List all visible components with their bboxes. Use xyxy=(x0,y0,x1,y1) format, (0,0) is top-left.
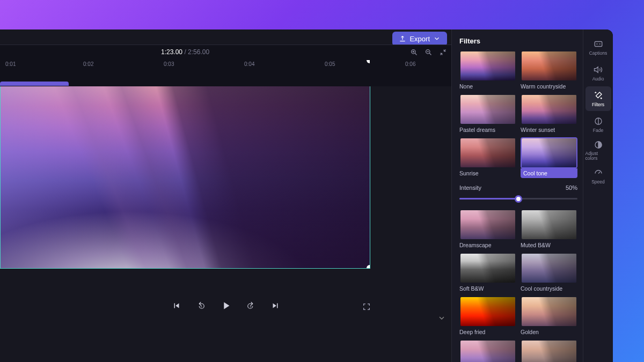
skip-end-button[interactable] xyxy=(268,298,283,313)
ruler-tick: 0:04 xyxy=(244,61,254,67)
filter-label: Warm countryside xyxy=(521,83,577,90)
tool-label: Adjust colors xyxy=(586,151,611,160)
intensity-value: 50% xyxy=(566,184,577,191)
export-button[interactable]: Export xyxy=(392,32,447,46)
ruler-tick: 0:02 xyxy=(83,61,93,67)
intensity-control: Intensity 50% xyxy=(459,184,577,203)
fade-icon xyxy=(594,116,603,126)
svg-text:5: 5 xyxy=(250,305,251,308)
zoom-out-icon xyxy=(425,48,433,56)
tool-captions[interactable]: Captions xyxy=(586,35,611,60)
filter-label: Dreamscape xyxy=(459,242,516,248)
timecode-display: 1:23.00 / 2:56.00 xyxy=(161,48,209,56)
filter-label: Soft B&W xyxy=(459,285,516,292)
filters-panel: Filters None Warm countryside Pastel dre… xyxy=(451,29,583,362)
tool-label: Speed xyxy=(591,179,605,184)
tool-label: Captions xyxy=(589,50,608,56)
filter-golden[interactable]: Golden xyxy=(521,296,577,336)
main-editor-area: Export 16:9 5 5 xyxy=(0,29,451,362)
slider-thumb[interactable] xyxy=(515,195,522,203)
timeline-zoom-tools xyxy=(410,48,447,56)
filter-label: Cool countryside xyxy=(521,285,577,292)
preview-header: Export xyxy=(0,29,451,45)
tool-audio[interactable]: Audio xyxy=(586,61,611,85)
ruler-tick: 0:06 xyxy=(405,61,415,67)
speedometer-icon xyxy=(594,168,603,178)
play-button[interactable] xyxy=(218,298,233,313)
zoom-fit-button[interactable] xyxy=(439,48,447,56)
current-time: 1:23.00 xyxy=(161,48,182,56)
svg-text:5: 5 xyxy=(200,305,202,308)
tool-filters[interactable]: Filters xyxy=(586,86,611,111)
timeline-section: 1:23.00 / 2:56.00 0:01 0:02 0:03 0:04 0:… xyxy=(0,45,451,86)
filter-deep-fried[interactable]: Deep fried xyxy=(459,296,516,336)
zoom-in-button[interactable] xyxy=(410,48,418,56)
filter-winter-sunset[interactable]: Winter sunset xyxy=(521,94,577,134)
filter-sunrise[interactable]: Sunrise xyxy=(459,137,516,179)
timeline-header: 1:23.00 / 2:56.00 xyxy=(0,45,451,59)
video-preview-canvas[interactable] xyxy=(0,60,370,269)
intensity-slider[interactable] xyxy=(459,195,577,203)
filter-more-2[interactable] xyxy=(521,339,577,362)
play-icon xyxy=(220,300,232,312)
upload-icon xyxy=(399,35,406,42)
tool-speed[interactable]: Speed xyxy=(586,164,611,188)
zoom-out-button[interactable] xyxy=(425,48,433,56)
filter-label: Sunrise xyxy=(459,170,516,176)
captions-icon xyxy=(594,39,603,49)
intensity-label: Intensity xyxy=(459,184,481,191)
forward-5-button[interactable]: 5 xyxy=(243,298,258,313)
collapse-panel-button[interactable] xyxy=(437,314,446,324)
magic-wand-icon xyxy=(594,91,603,100)
audio-icon xyxy=(594,65,603,75)
filter-label: Pastel dreams xyxy=(459,127,516,133)
fullscreen-button[interactable] xyxy=(362,302,371,313)
filter-cool-tone[interactable]: Cool tone xyxy=(521,137,577,179)
panel-title: Filters xyxy=(459,37,577,45)
filter-grid: None Warm countryside Pastel dreams Wint… xyxy=(459,50,577,362)
skip-start-button[interactable] xyxy=(169,298,184,313)
tool-fade[interactable]: Fade xyxy=(586,112,611,137)
filter-soft-bw[interactable]: Soft B&W xyxy=(459,253,516,293)
svg-rect-4 xyxy=(595,41,602,46)
tool-label: Filters xyxy=(592,102,604,107)
collapse-icon xyxy=(439,48,447,56)
tool-sidebar: Captions Audio Filters Fade Adjust color… xyxy=(583,29,613,362)
filter-label: Deep fried xyxy=(459,329,516,335)
filter-muted-bw[interactable]: Muted B&W xyxy=(521,209,577,249)
filter-label: None xyxy=(459,83,516,90)
filter-cool-countryside[interactable]: Cool countryside xyxy=(521,253,577,293)
export-label: Export xyxy=(409,35,430,43)
filter-label: Golden xyxy=(521,329,577,335)
ruler-tick: 0:03 xyxy=(164,61,174,67)
tool-adjust-colors[interactable]: Adjust colors xyxy=(586,138,611,162)
filter-more-1[interactable] xyxy=(459,339,516,362)
playback-controls: 5 5 xyxy=(0,295,451,316)
timeline-track[interactable] xyxy=(0,70,451,86)
fullscreen-icon xyxy=(362,302,371,311)
video-clip[interactable] xyxy=(0,82,69,86)
total-time: 2:56.00 xyxy=(188,48,209,56)
app-window: Export 16:9 5 5 xyxy=(0,29,613,362)
forward-5-icon: 5 xyxy=(246,301,255,311)
filter-pastel-dreams[interactable]: Pastel dreams xyxy=(459,94,516,134)
ruler-tick: 0:05 xyxy=(325,61,335,67)
half-circle-icon xyxy=(594,140,603,150)
skip-previous-icon xyxy=(172,301,181,311)
timeline-ruler[interactable]: 0:01 0:02 0:03 0:04 0:05 0:06 xyxy=(0,59,451,70)
tool-label: Fade xyxy=(593,128,603,133)
preview-image xyxy=(1,60,370,268)
filter-dreamscape[interactable]: Dreamscape xyxy=(459,209,516,249)
rewind-5-button[interactable]: 5 xyxy=(194,298,209,313)
tool-label: Audio xyxy=(592,76,604,82)
rewind-5-icon: 5 xyxy=(196,301,206,311)
zoom-in-icon xyxy=(410,48,418,56)
chevron-down-icon xyxy=(433,35,441,42)
filter-none[interactable]: None xyxy=(459,50,516,91)
filter-warm-countryside[interactable]: Warm countryside xyxy=(521,50,577,91)
filter-label: Cool tone xyxy=(521,168,577,178)
filter-label: Winter sunset xyxy=(521,127,577,133)
ruler-tick: 0:01 xyxy=(5,61,16,67)
chevron-down-icon xyxy=(437,314,446,322)
skip-next-icon xyxy=(270,301,280,311)
